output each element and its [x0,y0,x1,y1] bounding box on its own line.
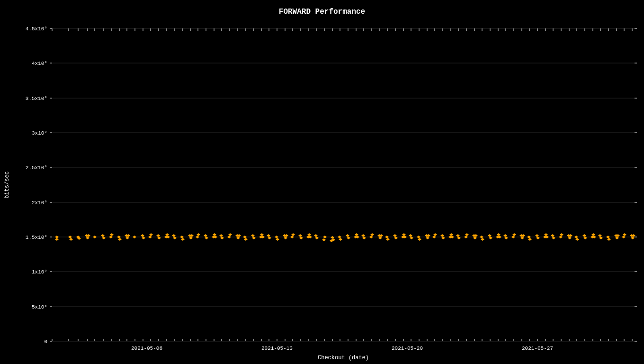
svg-marker-191 [227,236,231,238]
chart-svg: bits/sec Checkout (date) 0 5x10⁸ 1x10⁹ 1… [0,0,644,364]
x-label-0527: 2021-05-27 [522,346,553,351]
svg-marker-299 [591,233,595,236]
svg-marker-257 [449,233,453,236]
svg-marker-268 [488,234,492,237]
svg-marker-308 [622,236,626,238]
svg-marker-209 [285,234,288,237]
y-tick-3e9: 3x10⁹ [32,130,47,136]
svg-marker-198 [251,234,255,237]
y-tick-25e8: 2.5x10⁹ [26,165,47,171]
svg-marker-266 [480,236,483,238]
svg-marker-192 [228,233,232,236]
svg-marker-195 [237,234,241,237]
svg-marker-188 [214,236,217,238]
y-tick-35e8: 3.5x10⁹ [26,96,47,101]
svg-marker-290 [560,233,564,236]
svg-marker-287 [551,234,555,237]
svg-marker-217 [314,234,318,237]
svg-marker-182 [196,236,199,238]
svg-marker-281 [528,238,532,241]
svg-marker-165 [133,236,136,238]
svg-marker-276 [512,233,516,236]
svg-marker-295 [575,238,579,241]
svg-marker-222 [331,236,334,239]
svg-marker-238 [385,236,389,238]
svg-marker-201 [260,233,264,236]
svg-marker-244 [403,236,407,238]
svg-marker-174 [166,236,170,238]
y-tick-15e8: 1.5x10⁹ [26,235,47,240]
svg-marker-262 [465,233,469,236]
x-label-0520: 2021-05-20 [392,346,423,351]
svg-marker-247 [417,236,420,238]
y-tick-5e8: 5x10⁸ [32,304,47,310]
svg-marker-245 [409,234,412,237]
svg-marker-254 [440,234,444,237]
y-axis-label: bits/sec [4,171,10,199]
svg-marker-239 [386,238,390,241]
svg-marker-289 [559,236,563,238]
svg-marker-197 [244,238,248,241]
svg-marker-229 [355,233,358,236]
svg-marker-215 [307,233,311,236]
svg-marker-156 [101,234,105,237]
svg-marker-175 [172,234,176,237]
svg-marker-280 [527,236,531,238]
svg-marker-203 [267,234,270,237]
y-tick-2e9: 2x10⁹ [32,200,47,206]
svg-marker-248 [418,238,421,241]
svg-marker-181 [190,234,194,237]
svg-marker-234 [370,233,374,236]
svg-marker-273 [503,234,507,237]
svg-marker-202 [261,236,265,238]
svg-marker-212 [298,234,302,237]
svg-marker-173 [165,233,169,236]
svg-marker-261 [464,236,468,238]
svg-marker-285 [544,233,548,236]
svg-marker-206 [276,238,279,241]
svg-marker-166 [141,234,144,237]
svg-marker-282 [535,234,539,237]
svg-marker-211 [291,233,295,236]
y-tick-1e9: 1x10⁹ [32,269,47,275]
svg-marker-170 [156,234,160,237]
svg-marker-205 [275,236,278,238]
svg-marker-147 [55,238,59,241]
top-ticks [52,28,632,31]
svg-marker-271 [497,233,501,236]
svg-marker-225 [339,238,342,241]
svg-marker-253 [433,233,437,236]
svg-marker-267 [481,238,484,241]
svg-marker-148 [68,236,72,238]
svg-marker-160 [117,236,121,238]
x-axis-label: Checkout (date) [318,355,369,361]
svg-marker-224 [338,236,341,238]
svg-marker-187 [213,233,216,236]
svg-marker-220 [323,236,327,238]
svg-marker-258 [450,236,454,238]
svg-marker-164 [126,234,130,237]
svg-marker-265 [474,234,478,237]
svg-marker-309 [623,233,626,236]
svg-marker-226 [346,234,349,237]
svg-marker-155 [93,236,97,238]
svg-marker-275 [511,236,515,238]
svg-marker-189 [219,234,223,237]
svg-marker-210 [290,236,294,238]
svg-marker-216 [308,236,312,238]
svg-marker-296 [582,234,586,237]
svg-marker-237 [379,234,383,237]
chart-container: FORWARD Performance bits/sec Checkout (d… [0,0,644,364]
data-points [55,233,635,242]
svg-marker-303 [606,236,610,238]
x-label-0513: 2021-05-13 [261,346,293,351]
svg-marker-183 [197,233,200,236]
svg-marker-294 [574,236,578,238]
y-tick-0: 0 [44,339,47,345]
svg-marker-168 [148,236,152,238]
svg-marker-252 [432,236,436,238]
svg-marker-231 [361,234,365,237]
y-tick-45e8: 4.5x10⁹ [26,26,47,32]
svg-marker-159 [110,233,114,236]
svg-marker-178 [181,238,185,241]
